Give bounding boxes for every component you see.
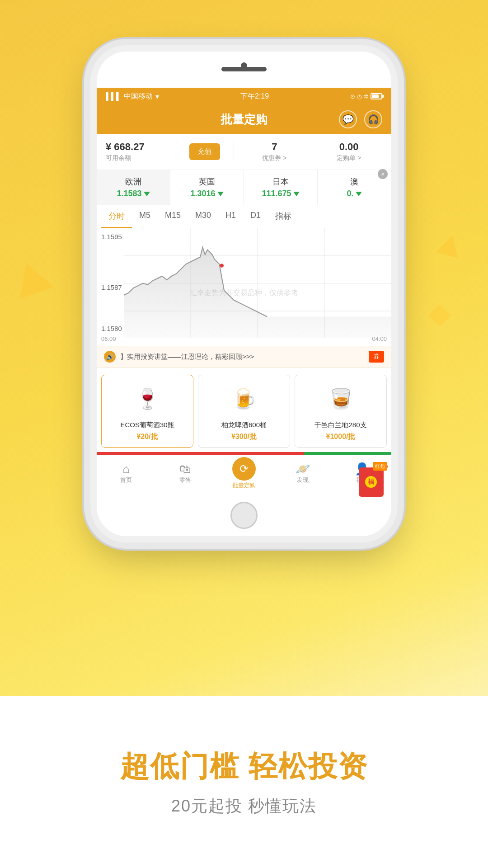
- time-tab-minute[interactable]: 分时: [101, 205, 132, 228]
- chart-area: 1.1595 1.1587 1.1580 06:00 04:00 汇率走势为非交…: [97, 228, 391, 346]
- news-icon: 🔊: [104, 351, 116, 363]
- tagline-sub: 20元起投 秒懂玩法: [171, 795, 317, 817]
- bg-decoration-triangle-left: [9, 257, 54, 299]
- chart-label-high: 1.1595: [101, 233, 122, 241]
- uk-arrow-down: [217, 192, 224, 196]
- battery-indicator: [371, 93, 382, 99]
- nav-item-bulk[interactable]: ⟳ 批量定购: [215, 457, 273, 490]
- product-img-brandy: 🥃: [323, 381, 359, 417]
- chat-icon: 💬: [343, 114, 354, 125]
- bottom-tagline-section: 超低门槛 轻松投资 20元起投 秒懂玩法: [0, 696, 488, 868]
- time-tab-m5[interactable]: M5: [132, 205, 158, 228]
- bottom-nav: ⌂ 首页 🛍 零售 ⟳ 批量定购 🪐 发: [97, 455, 391, 491]
- home-label: 首页: [120, 476, 132, 484]
- news-text: 】实用投资讲堂——江恩理论，精彩回顾>>>: [120, 353, 365, 361]
- bulk-icon: ⟳: [239, 462, 249, 475]
- bg-decoration-diamond: [428, 304, 450, 326]
- japan-arrow-down: [293, 192, 300, 196]
- time-tab-indicator[interactable]: 指标: [268, 205, 299, 228]
- chart-svg: [124, 228, 391, 338]
- time-tab-d1[interactable]: D1: [243, 205, 268, 228]
- status-left: ▌▌▌ 中国移动 ▾: [106, 92, 159, 101]
- japan-tab-name: 日本: [272, 176, 289, 187]
- carrier-name: 中国移动: [124, 92, 153, 101]
- uk-tab-name: 英国: [199, 176, 215, 187]
- status-time: 下午2:19: [240, 92, 269, 101]
- nav-item-discover[interactable]: 🪐 发现: [273, 462, 332, 484]
- product-price-wine: ¥20/批: [136, 432, 158, 442]
- europe-tab-name: 欧洲: [125, 176, 141, 187]
- retail-icon: 🛍: [179, 462, 191, 476]
- red-packet-circle: 福: [365, 476, 377, 488]
- product-card-brandy[interactable]: 🥃 干邑白兰地280支 ¥1000/批: [295, 375, 387, 448]
- voucher-section[interactable]: 7 优惠券 >: [234, 141, 308, 162]
- wifi-icon: ▾: [155, 92, 159, 101]
- chart-time-start: 06:00: [101, 335, 116, 342]
- header-icons: 💬 🎧: [339, 110, 382, 128]
- order-amount: 0.00: [339, 141, 359, 153]
- phone-home-button: [230, 502, 258, 529]
- headset-button[interactable]: 🎧: [364, 110, 382, 128]
- nav-item-retail[interactable]: 🛍 零售: [155, 462, 214, 484]
- svg-point-6: [220, 264, 223, 267]
- bluetooth-icon: ✲: [364, 93, 369, 100]
- phone-speaker: [221, 67, 267, 71]
- red-packet-body: 红包 福: [359, 467, 384, 497]
- product-price-beer: ¥300/批: [231, 432, 257, 442]
- red-packet-overlay[interactable]: 红包 福: [355, 464, 387, 500]
- balance-amount: ¥ 668.27: [106, 141, 189, 153]
- products-row: 🍷 ECOS葡萄酒30瓶 ¥20/批 🍺 柏龙啤酒600桶 ¥300/批 🥃 干…: [97, 368, 391, 448]
- phone-inner: ▌▌▌ 中国移动 ▾ 下午2:19 ⊙ ◷ ✲: [97, 52, 391, 536]
- retail-label: 零售: [179, 476, 191, 484]
- time-tab-m30[interactable]: M30: [188, 205, 218, 228]
- product-card-wine[interactable]: 🍷 ECOS葡萄酒30瓶 ¥20/批: [101, 375, 193, 448]
- recharge-button[interactable]: 充值: [189, 143, 220, 160]
- product-img-wine: 🍷: [129, 381, 165, 417]
- order-section[interactable]: 0.00 定购单 >: [308, 141, 382, 162]
- header-title: 批量定购: [221, 112, 267, 127]
- tagline-main: 超低门槛 轻松投资: [120, 747, 368, 786]
- discover-icon: 🪐: [296, 462, 310, 476]
- headset-icon: 🎧: [368, 114, 379, 125]
- discover-label: 发现: [297, 476, 309, 484]
- bg-decoration-triangle-right: [436, 232, 463, 258]
- time-tab-h1[interactable]: H1: [218, 205, 243, 228]
- news-banner[interactable]: 🔊 】实用投资讲堂——江恩理论，精彩回顾>>> 券: [97, 346, 391, 368]
- aus-tab-name: 澳: [350, 176, 358, 187]
- europe-tab-value: 1.1583: [117, 189, 150, 198]
- chat-button[interactable]: 💬: [339, 110, 357, 128]
- market-tab-japan[interactable]: 日本 111.675: [244, 170, 318, 205]
- red-packet-close-button[interactable]: ×: [378, 169, 388, 179]
- product-img-beer: 🍺: [226, 381, 262, 417]
- balance-bar: ¥ 668.27 可用余额 充值 7 优惠券 > 0.00 定购单 >: [97, 134, 391, 170]
- chart-label-low: 1.1580: [101, 325, 122, 332]
- market-tabs: 欧洲 1.1583 英国 1.3016 日本: [97, 170, 391, 205]
- product-name-wine: ECOS葡萄酒30瓶: [120, 420, 174, 429]
- status-right: ⊙ ◷ ✲: [350, 93, 382, 100]
- phone-mockup: ▌▌▌ 中国移动 ▾ 下午2:19 ⊙ ◷ ✲: [90, 45, 398, 542]
- voucher-label: 优惠券 >: [262, 154, 286, 162]
- market-tab-uk[interactable]: 英国 1.3016: [170, 170, 244, 205]
- nav-item-home[interactable]: ⌂ 首页: [97, 462, 155, 484]
- red-packet-label: 红包: [373, 462, 387, 471]
- uk-tab-value: 1.3016: [190, 189, 223, 198]
- phone-frame: ▌▌▌ 中国移动 ▾ 下午2:19 ⊙ ◷ ✲: [90, 45, 398, 542]
- product-name-beer: 柏龙啤酒600桶: [221, 420, 267, 429]
- order-label: 定购单 >: [337, 154, 361, 162]
- balance-label: 可用余额: [106, 154, 189, 162]
- balance-section: ¥ 668.27 可用余额: [106, 141, 189, 162]
- time-tab-m15[interactable]: M15: [158, 205, 188, 228]
- home-icon: ⌂: [122, 462, 130, 476]
- europe-arrow-down: [144, 192, 150, 196]
- voucher-count: 7: [272, 141, 277, 153]
- market-tab-europe[interactable]: 欧洲 1.1583: [97, 170, 170, 205]
- news-coupon[interactable]: 券: [369, 351, 384, 363]
- products-section: 🍷 ECOS葡萄酒30瓶 ¥20/批 🍺 柏龙啤酒600桶 ¥300/批 🥃 干…: [97, 368, 391, 455]
- status-bar: ▌▌▌ 中国移动 ▾ 下午2:19 ⊙ ◷ ✲: [97, 88, 391, 105]
- product-name-brandy: 干邑白兰地280支: [314, 420, 366, 429]
- time-tabs: 分时 M5 M15 M30 H1 D1 指标: [97, 205, 391, 228]
- chart-label-mid: 1.1587: [101, 283, 122, 291]
- product-card-beer[interactable]: 🍺 柏龙啤酒600桶 ¥300/批: [198, 375, 290, 448]
- app-header: 批量定购 💬 🎧: [97, 105, 391, 134]
- aus-arrow-down: [356, 192, 362, 196]
